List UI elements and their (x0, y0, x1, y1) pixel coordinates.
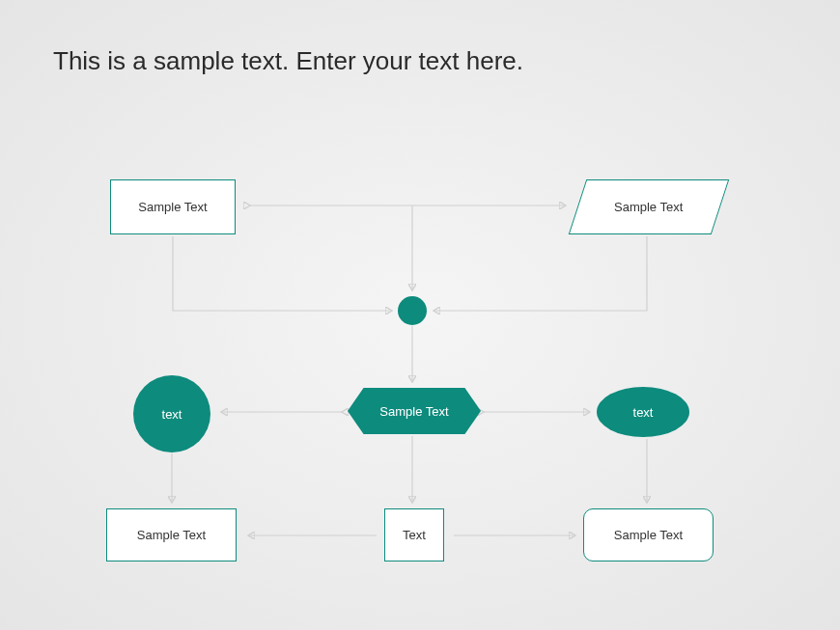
process-box-bottom-mid: Text (384, 508, 444, 562)
node-label: Sample Text (614, 200, 683, 214)
node-label: text (162, 407, 182, 422)
process-box-top-left: Sample Text (110, 179, 236, 234)
node-label: text (633, 405, 654, 420)
node-label: Sample Text (138, 200, 207, 214)
io-parallelogram-top-right: Sample Text (569, 179, 730, 234)
node-label: Text (403, 528, 426, 542)
connector-circle (398, 296, 427, 325)
slide-title: This is a sample text. Enter your text h… (53, 46, 523, 76)
ellipse-node-right: text (597, 387, 689, 437)
node-label: Sample Text (379, 404, 448, 419)
rounded-box-bottom-right: Sample Text (583, 508, 714, 562)
process-box-bottom-left: Sample Text (106, 508, 237, 562)
circle-node-left: text (133, 375, 210, 452)
hexagon-node-center: Sample Text (348, 388, 481, 434)
node-label: Sample Text (614, 528, 683, 542)
node-label: Sample Text (137, 528, 206, 542)
